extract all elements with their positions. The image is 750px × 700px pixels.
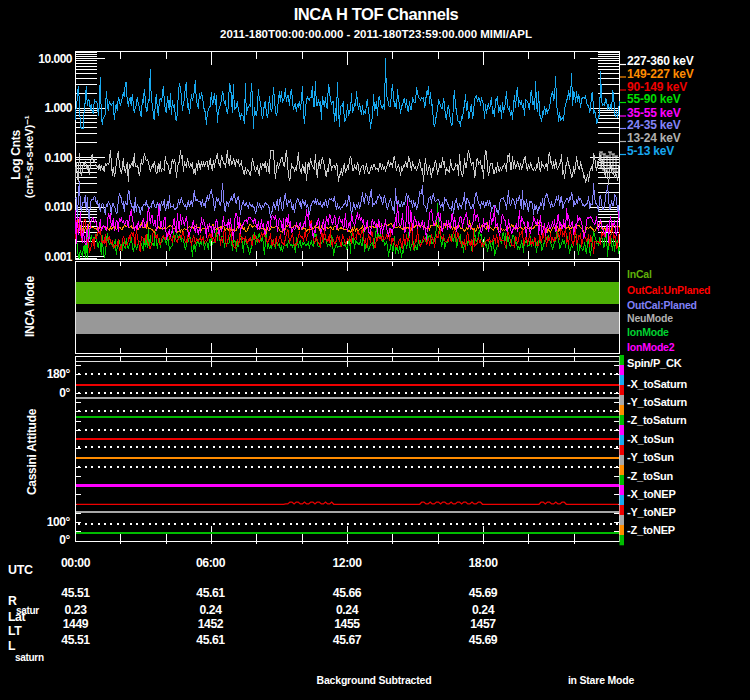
svg-text:10.000: 10.000 bbox=[38, 52, 73, 66]
svg-text:45.66: 45.66 bbox=[333, 586, 362, 600]
svg-text:L: L bbox=[8, 639, 16, 653]
svg-text:-Z_toSaturn: -Z_toSaturn bbox=[627, 414, 687, 426]
svg-text:06:00: 06:00 bbox=[196, 556, 226, 570]
svg-text:-Y_toNEP: -Y_toNEP bbox=[627, 506, 676, 518]
svg-text:45.69: 45.69 bbox=[469, 586, 498, 600]
svg-text:24-35 keV: 24-35 keV bbox=[627, 118, 681, 132]
svg-text:0.001: 0.001 bbox=[44, 250, 72, 264]
svg-text:-X_toNEP: -X_toNEP bbox=[627, 488, 676, 500]
svg-text:5-13 keV: 5-13 keV bbox=[627, 144, 674, 158]
svg-text:0.24: 0.24 bbox=[472, 603, 495, 617]
svg-text:IonMode: IonMode bbox=[627, 326, 669, 338]
svg-text:0.010: 0.010 bbox=[44, 200, 72, 214]
svg-text:180°: 180° bbox=[47, 367, 71, 381]
svg-text:Background Subtracted: Background Subtracted bbox=[317, 674, 432, 686]
svg-text:1.000: 1.000 bbox=[44, 101, 72, 115]
svg-text:NeuMode: NeuMode bbox=[627, 312, 673, 324]
svg-text:Lat: Lat bbox=[8, 610, 26, 624]
svg-text:45.67: 45.67 bbox=[333, 633, 362, 647]
svg-text:00:00: 00:00 bbox=[61, 556, 91, 570]
svg-text:saturn: saturn bbox=[15, 652, 44, 663]
svg-text:0.24: 0.24 bbox=[336, 603, 359, 617]
svg-text:in Stare Mode: in Stare Mode bbox=[568, 674, 635, 686]
svg-text:-Z_toNEP: -Z_toNEP bbox=[627, 524, 675, 536]
svg-text:45.61: 45.61 bbox=[196, 586, 225, 600]
svg-text:Spin/P_CK: Spin/P_CK bbox=[627, 357, 682, 369]
svg-text:Log Cnts: Log Cnts bbox=[9, 130, 23, 180]
svg-text:0°: 0° bbox=[59, 386, 70, 400]
svg-text:45.51: 45.51 bbox=[61, 586, 90, 600]
svg-text:-X_toSaturn: -X_toSaturn bbox=[627, 378, 688, 390]
svg-text:-X_toSun: -X_toSun bbox=[627, 433, 674, 445]
svg-text:0.100: 0.100 bbox=[44, 151, 72, 165]
svg-text:LT: LT bbox=[8, 624, 22, 638]
svg-text:100°: 100° bbox=[47, 515, 71, 529]
svg-text:45.61: 45.61 bbox=[196, 633, 225, 647]
svg-text:45.69: 45.69 bbox=[469, 633, 498, 647]
svg-text:13-24 keV: 13-24 keV bbox=[627, 131, 681, 145]
svg-text:Cassini Attitude: Cassini Attitude bbox=[25, 408, 39, 495]
svg-text:InCal: InCal bbox=[627, 268, 652, 280]
svg-text:INCA H TOF Channels: INCA H TOF Channels bbox=[294, 5, 459, 23]
svg-text:-Y_toSaturn: -Y_toSaturn bbox=[627, 396, 688, 408]
svg-text:12:00: 12:00 bbox=[332, 556, 362, 570]
svg-text:1449: 1449 bbox=[63, 617, 89, 631]
svg-text:2011-180T00:00:00.000 - 2011-1: 2011-180T00:00:00.000 - 2011-180T23:59:0… bbox=[220, 28, 532, 40]
svg-text:149-227 keV: 149-227 keV bbox=[627, 67, 694, 81]
svg-text:INCA Mode: INCA Mode bbox=[23, 275, 37, 336]
svg-text:-Z_toSun: -Z_toSun bbox=[627, 470, 674, 482]
svg-text:55-90 keV: 55-90 keV bbox=[627, 92, 681, 106]
svg-text:0.24: 0.24 bbox=[199, 603, 222, 617]
svg-text:OutCal:UnPlaned: OutCal:UnPlaned bbox=[627, 284, 710, 296]
svg-text:1452: 1452 bbox=[198, 617, 224, 631]
svg-text:IonMode2: IonMode2 bbox=[627, 341, 675, 353]
svg-text:1457: 1457 bbox=[470, 617, 496, 631]
svg-text:UTC: UTC bbox=[8, 563, 33, 577]
svg-text:18:00: 18:00 bbox=[468, 556, 498, 570]
svg-text:0°: 0° bbox=[59, 533, 70, 547]
svg-text:45.51: 45.51 bbox=[61, 633, 90, 647]
svg-text:0.23: 0.23 bbox=[64, 603, 87, 617]
svg-text:OutCal:Planed: OutCal:Planed bbox=[627, 299, 697, 311]
svg-text:(cm²-sr-s-keV)⁻¹: (cm²-sr-s-keV)⁻¹ bbox=[23, 115, 35, 198]
svg-text:-Y_toSun: -Y_toSun bbox=[627, 451, 674, 463]
svg-text:1455: 1455 bbox=[334, 617, 360, 631]
